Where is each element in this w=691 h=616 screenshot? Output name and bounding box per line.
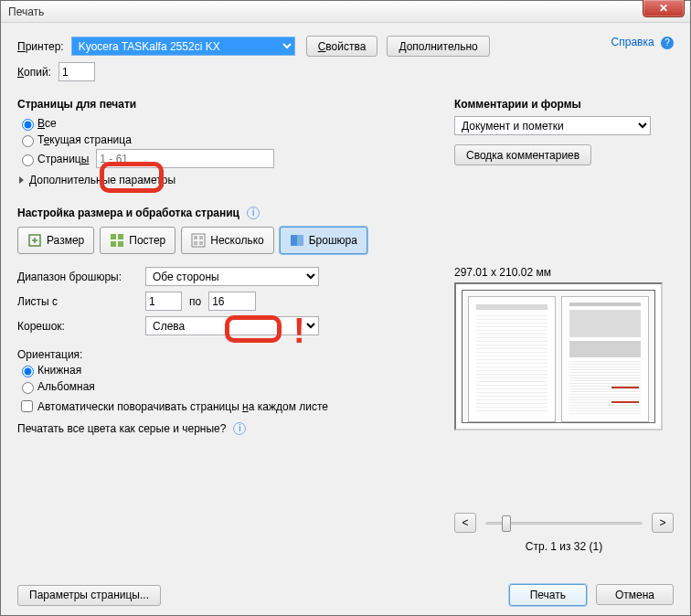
pages-heading: Страницы для печати [17,98,433,111]
poster-mode-button[interactable]: Постер [100,227,175,254]
close-button[interactable]: ✕ [643,0,685,17]
sheets-to-label: по [189,295,201,308]
svg-rect-6 [194,236,197,239]
svg-rect-10 [291,235,297,246]
info-icon[interactable]: i [233,422,246,435]
radio-landscape-label: Альбомная [37,380,95,393]
properties-button[interactable]: Свойства [306,36,378,57]
more-options-label: Дополнительные параметры [29,174,175,186]
binding-label: Корешок: [17,320,145,333]
orientation-heading: Ориентация: [17,348,433,361]
sheets-from-input[interactable] [145,292,182,311]
print-dialog: Печать ✕ Справка ? Принтер: Kyocera TASK… [0,0,691,616]
radio-all-label: Все [37,117,57,130]
sizing-heading: Настройка размера и обработка страниц [17,207,239,219]
svg-rect-3 [111,241,116,247]
radio-page-range[interactable] [22,154,34,166]
svg-rect-1 [111,234,116,239]
copies-input[interactable] [58,62,95,81]
svg-rect-9 [199,241,203,245]
close-icon: ✕ [659,2,668,15]
chevron-left-icon: < [462,516,468,529]
radio-current-label: Текущая страница [37,133,132,146]
comments-select[interactable]: Документ и пометки [454,116,651,135]
auto-rotate-label: Автоматически поворачивать страницы на к… [37,400,328,413]
printer-label: Принтер: [17,40,64,53]
slider-thumb[interactable] [502,515,511,532]
page-setup-button[interactable]: Параметры страницы... [17,585,161,606]
svg-rect-11 [297,235,303,246]
booklet-subset-select[interactable]: Обе стороны [145,267,319,286]
svg-rect-4 [118,241,123,247]
grayscale-question: Печатать все цвета как серые и черные? [17,422,226,435]
svg-rect-8 [194,241,197,245]
more-options-toggle[interactable]: Дополнительные параметры [17,174,433,186]
printer-select[interactable]: Kyocera TASKalfa 2552ci KX [71,37,295,56]
page-slider[interactable] [485,514,643,532]
booklet-icon [290,233,304,248]
summarize-comments-button[interactable]: Сводка комментариев [454,144,591,165]
binding-select[interactable]: Слева [145,316,319,335]
cancel-button[interactable]: Отмена [596,584,674,605]
multiple-icon [191,233,206,248]
radio-range-label: Страницы [37,153,89,165]
help-link[interactable]: Справка [611,36,654,48]
titlebar: Печать ✕ [1,1,690,23]
radio-portrait[interactable] [22,366,34,377]
comments-heading: Комментарии и формы [454,98,674,111]
print-button[interactable]: Печать [509,584,587,606]
size-icon [27,233,42,248]
svg-rect-2 [118,234,123,239]
radio-portrait-label: Книжная [37,364,81,377]
multiple-mode-button[interactable]: Несколько [181,227,273,254]
advanced-button[interactable]: Дополнительно [387,36,489,57]
size-mode-button[interactable]: Размер [17,227,94,254]
next-page-button[interactable]: > [652,513,674,533]
radio-landscape[interactable] [22,382,34,394]
help-area: Справка ? [611,36,674,49]
svg-rect-7 [199,236,203,239]
help-icon[interactable]: ? [661,37,674,49]
booklet-mode-button[interactable]: Брошюра [280,227,367,254]
page-indicator: Стр. 1 из 32 (1) [454,540,674,553]
auto-rotate-checkbox[interactable] [21,400,33,412]
prev-page-button[interactable]: < [454,513,476,533]
preview-dimensions: 297.01 x 210.02 мм [454,266,674,279]
copies-label: Копий: [17,66,51,79]
chevron-right-icon: > [659,516,665,529]
poster-icon [110,233,124,248]
info-icon[interactable]: i [247,207,260,219]
radio-all-pages[interactable] [22,119,34,131]
sheets-from-label: Листы с [17,295,145,308]
window-title: Печать [8,5,44,18]
page-range-input[interactable] [96,149,274,168]
booklet-subset-label: Диапазон брошюры: [17,271,145,283]
chevron-right-icon [19,176,24,184]
radio-current-page[interactable] [22,135,34,147]
preview-box [454,282,663,430]
sheets-to-input[interactable] [208,292,256,311]
